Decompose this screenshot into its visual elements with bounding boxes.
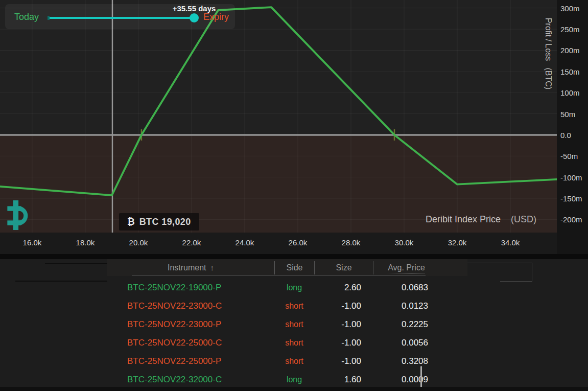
instrument-cell[interactable]: BTC-25NOV22-23000-P	[107, 319, 274, 330]
current-price-tag: ₿ BTC 19,020	[119, 213, 199, 231]
x-axis-title-text: Deribit Index Price	[426, 214, 501, 224]
size-cell: -1.00	[314, 319, 373, 330]
side-cell: long	[274, 375, 314, 384]
x-axis-title: Deribit Index Price(USD)	[426, 214, 536, 225]
side-cell: long	[274, 283, 314, 292]
avg-price-cell: 0.0009	[373, 375, 439, 385]
deribit-position-builder: Today +35.55 days Expiry ₿ BTC 19,020 De…	[0, 0, 588, 391]
y-tick-label: 50m	[560, 109, 575, 118]
y-tick-label: -50m	[560, 152, 578, 160]
position-row[interactable]: BTC-25NOV22-32000-C long 1.60 0.0009	[107, 371, 467, 389]
position-row[interactable]: BTC-25NOV22-23000-P short -1.00 0.2225	[107, 315, 467, 334]
y-tick-label: 100m	[560, 88, 580, 97]
x-tick-label: 22.0k	[182, 238, 201, 247]
y-axis-title: Profit / Loss(BTC)	[534, 4, 562, 89]
size-cell: 2.60	[314, 283, 373, 293]
instrument-cell[interactable]: BTC-25NOV22-19000-P	[107, 283, 274, 293]
background-fragment-line	[45, 263, 107, 264]
background-fragment-line	[500, 281, 532, 282]
position-row[interactable]: BTC-25NOV22-19000-P long 2.60 0.0683	[107, 279, 467, 297]
x-axis: 16.0k18.0k20.0k22.0k24.0k26.0k28.0k30.0k…	[0, 233, 557, 254]
position-row[interactable]: BTC-25NOV22-23000-C short -1.00 0.0123	[107, 297, 467, 315]
size-cell: -1.00	[314, 301, 373, 311]
avg-price-cell: 0.2225	[373, 319, 439, 330]
y-tick-label: 250m	[560, 25, 580, 34]
instrument-cell[interactable]: BTC-25NOV22-25000-P	[107, 356, 274, 366]
instrument-cell[interactable]: BTC-25NOV22-32000-C	[107, 375, 274, 385]
today-label: Today	[14, 11, 39, 22]
x-tick-label: 32.0k	[448, 238, 467, 247]
positions-panel: Instrument↑ Side Size Avg. Price BTC-25N…	[0, 254, 588, 391]
instrument-cell[interactable]: BTC-25NOV22-23000-C	[107, 301, 274, 311]
panel-divider	[0, 254, 588, 259]
x-tick-label: 16.0k	[23, 238, 42, 247]
table-scrollbar-thumb[interactable]	[420, 366, 422, 390]
column-header-instrument[interactable]: Instrument↑	[107, 261, 274, 274]
current-price-label: BTC 19,020	[139, 217, 191, 227]
positions-table: Instrument↑ Side Size Avg. Price BTC-25N…	[107, 259, 467, 389]
y-tick-label: 0.0	[560, 130, 571, 139]
y-tick-label: 150m	[560, 67, 580, 76]
x-tick-label: 26.0k	[289, 238, 308, 247]
side-cell: short	[274, 338, 314, 348]
position-row[interactable]: BTC-25NOV22-25000-P short -1.00 0.3208	[107, 352, 467, 371]
avg-price-cell: 0.0123	[373, 301, 439, 311]
x-tick-label: 34.0k	[501, 238, 520, 247]
size-cell: 1.60	[314, 375, 373, 385]
pnl-curve-svg	[0, 0, 557, 233]
x-axis-unit: (USD)	[511, 214, 536, 224]
y-axis-unit: (BTC)	[544, 61, 553, 89]
y-tick-label: 300m	[560, 4, 580, 12]
bitcoin-icon: ₿	[127, 216, 135, 227]
side-cell: short	[274, 320, 314, 329]
x-tick-label: 28.0k	[342, 238, 361, 247]
table-header: Instrument↑ Side Size Avg. Price	[107, 259, 467, 276]
panel-bottom-band	[0, 387, 588, 391]
column-header-avg-price[interactable]: Avg. Price	[373, 261, 439, 274]
sort-asc-icon: ↑	[210, 263, 215, 272]
x-tick-label: 30.0k	[395, 238, 414, 247]
size-cell: -1.00	[314, 338, 373, 348]
position-row[interactable]: BTC-25NOV22-25000-C short -1.00 0.0056	[107, 334, 467, 352]
avg-price-cell: 0.3208	[373, 356, 439, 366]
days-slider-handle[interactable]	[190, 13, 199, 22]
background-fragment-box	[467, 263, 532, 282]
column-header-size[interactable]: Size	[314, 261, 373, 274]
side-cell: short	[274, 357, 314, 366]
y-tick-label: -150m	[560, 194, 582, 202]
days-offset-label: +35.55 days	[138, 4, 250, 13]
x-tick-label: 24.0k	[236, 238, 254, 247]
size-cell: -1.00	[314, 356, 373, 366]
avg-price-cell: 0.0056	[373, 338, 439, 348]
background-fragment-line	[15, 281, 107, 282]
x-tick-label: 18.0k	[76, 238, 95, 247]
y-axis-title-text: Profit / Loss	[544, 18, 553, 61]
slider-start-notch	[48, 16, 50, 20]
avg-price-cell: 0.0683	[373, 283, 439, 293]
instrument-cell[interactable]: BTC-25NOV22-25000-C	[107, 338, 274, 348]
expiry-label: Expiry	[203, 11, 229, 22]
y-tick-label: 200m	[560, 46, 580, 55]
column-header-side[interactable]: Side	[274, 261, 314, 274]
pnl-chart: Today +35.55 days Expiry ₿ BTC 19,020 De…	[0, 0, 588, 254]
y-tick-label: -100m	[560, 173, 582, 181]
x-tick-label: 20.0k	[129, 238, 148, 247]
chart-plot-area[interactable]: Today +35.55 days Expiry ₿ BTC 19,020 De…	[0, 0, 557, 233]
y-tick-label: -200m	[560, 215, 582, 224]
side-cell: short	[274, 302, 314, 311]
time-slider-legend: Today +35.55 days Expiry	[5, 4, 235, 29]
days-slider-track[interactable]	[49, 17, 196, 19]
deribit-logo-icon	[4, 200, 30, 232]
